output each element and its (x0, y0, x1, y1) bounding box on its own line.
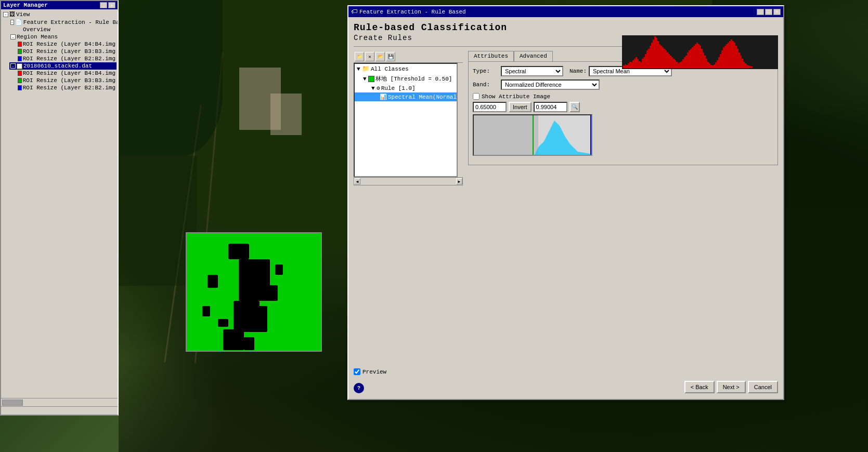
band-dropdown[interactable]: Normalized Difference (501, 79, 600, 90)
titlebar-controls: _ □ × (756, 9, 781, 15)
preview-checkbox[interactable] (354, 368, 360, 375)
tab-attributes-label: Attributes (474, 53, 508, 59)
scroll-right-btn[interactable]: ▶ (456, 178, 462, 184)
layer-label-view: View (16, 11, 30, 18)
svg-rect-5 (208, 275, 218, 288)
show-attr-row: Show Attribute Image (473, 93, 773, 100)
main-content-area: 📁 ✕ 📂 💾 ▼ 📁 All Classes ▼ (354, 51, 778, 185)
svg-rect-8 (218, 319, 228, 327)
feature-extraction-window: 🏷 Feature Extraction - Rule Based _ □ × … (347, 5, 784, 400)
expand-lindi: ▼ (363, 76, 368, 82)
min-value-input[interactable] (473, 102, 507, 112)
minimize-feature-btn[interactable]: _ (757, 9, 764, 15)
toolbar-open-btn[interactable]: 📁 (355, 52, 364, 61)
tree-node-lindi[interactable]: ▼ 林地 [Threshold = 0.50] (355, 74, 457, 84)
rule-label: Rule [1.0] (381, 85, 416, 91)
layer-item-roi-b2-1[interactable]: ROI Resize (Layer B2:B2.img (17, 55, 116, 62)
layer-label-roi-b3-1: ROI Resize (Layer B3:B3.img (23, 48, 115, 55)
layer-label-region: Region Means (17, 34, 58, 40)
layer-item-stacked[interactable]: - ✓ 20180610_stacked.dat (9, 62, 116, 70)
spectral-mean-label: Spectral Mean(Normal... (388, 94, 458, 100)
close-button[interactable]: × (108, 2, 115, 8)
next-button[interactable]: Next > (717, 381, 746, 393)
layer-manager-window: Layer Manager _ × - 🖼 View - 📄 Feature E… (0, 0, 119, 416)
tab-advanced[interactable]: Advanced (514, 51, 553, 61)
zoom-button[interactable]: 🔍 (569, 102, 580, 112)
cancel-button[interactable]: Cancel (748, 381, 778, 393)
form-row-band: Band: Normalized Difference (473, 79, 773, 90)
color-box-red-2 (18, 71, 22, 76)
max-value-input[interactable] (534, 102, 567, 112)
tab-attributes[interactable]: Attributes (468, 51, 514, 61)
expand-icon-stacked[interactable]: - (10, 63, 16, 69)
layer-item-roi-b2-2[interactable]: ROI Resize (Layer B2:B2.img (17, 84, 116, 91)
expand-rule: ▼ (371, 85, 377, 91)
black-patches-svg (187, 233, 322, 352)
show-attr-checkbox[interactable] (473, 93, 480, 100)
color-box-blue-2 (18, 85, 22, 90)
expand-all: ▼ (357, 66, 362, 72)
feature-titlebar: 🏷 Feature Extraction - Rule Based _ □ × (348, 6, 783, 17)
back-button[interactable]: < Back (684, 381, 715, 393)
tree-node-spectral-mean[interactable]: 📊 Spectral Mean(Normal... (355, 92, 457, 101)
checkbox-stacked[interactable]: ✓ (17, 63, 22, 69)
layer-item-roi-b3-2[interactable]: ROI Resize (Layer B3:B3.img (17, 77, 116, 84)
tree-node-rule[interactable]: ▼ ⚙ Rule [1.0] (355, 84, 457, 92)
scroll-track (360, 178, 456, 184)
svg-marker-11 (534, 121, 591, 155)
feature-title-bar-label: 🏷 Feature Extraction - Rule Based (351, 8, 466, 16)
invert-button[interactable]: Invert (509, 102, 532, 112)
layer-item-region[interactable]: - Region Means (9, 33, 116, 41)
layer-item-feature[interactable]: - 📄 Feature Extraction - Rule Based (9, 18, 116, 26)
folder-icon-all: 📁 (362, 65, 370, 73)
preview-label: Preview (362, 369, 386, 375)
layer-label-stacked: 20180610_stacked.dat (23, 63, 92, 69)
class-color-box (368, 76, 374, 82)
help-button[interactable]: ? (354, 383, 364, 393)
value-row: Invert 🔍 (473, 102, 773, 112)
layer-label-feature: Feature Extraction - Rule Based (23, 19, 118, 25)
horizontal-scrollbar[interactable] (1, 398, 118, 406)
tab-content-attributes: Type: Spectral Name: Spectral Mean Band: (468, 61, 778, 165)
svg-rect-0 (228, 244, 249, 259)
layer-item-roi-b4-2[interactable]: ROI Resize (Layer B4:B4.img (17, 70, 116, 77)
layer-item-view[interactable]: - 🖼 View (2, 10, 116, 18)
layer-label-roi-b2-2: ROI Resize (Layer B2:B2.img (23, 85, 115, 91)
toolbar-file-btn[interactable]: 📂 (375, 52, 385, 61)
nav-buttons: < Back Next > Cancel (684, 381, 778, 393)
layer-label-roi-b4-1: ROI Resize (Layer B4:B4.img (23, 41, 115, 47)
feature-body: Rule-based Classification Create Rules (348, 17, 783, 398)
svg-rect-4 (249, 306, 267, 332)
maximize-feature-btn[interactable]: □ (765, 9, 772, 15)
expand-icon-feature[interactable]: - (10, 20, 14, 25)
tree-node-all-classes[interactable]: ▼ 📁 All Classes (355, 64, 457, 74)
building-area-2 (270, 94, 302, 135)
feature-icon-title: 🏷 (351, 8, 357, 16)
feature-window-title: Feature Extraction - Rule Based (359, 9, 466, 15)
forest-patch-2 (119, 156, 197, 286)
close-feature-btn[interactable]: × (773, 9, 781, 15)
layer-label-roi-b3-2: ROI Resize (Layer B3:B3.img (23, 77, 115, 84)
minimize-button[interactable]: _ (100, 2, 107, 8)
histo-bar (751, 67, 753, 68)
tree-scrollbar[interactable]: ◀ ▶ (354, 177, 463, 185)
expand-icon-view[interactable]: - (3, 12, 8, 17)
lindi-label: 林地 [Threshold = 0.50] (375, 75, 452, 83)
attribute-histogram (473, 114, 592, 156)
color-box-red-1 (18, 42, 22, 47)
show-attr-label: Show Attribute Image (482, 94, 550, 100)
toolbar-save-btn[interactable]: 💾 (386, 52, 395, 61)
scroll-left-btn[interactable]: ◀ (354, 178, 360, 184)
svg-rect-9 (275, 264, 283, 275)
threshold-right-line (590, 115, 591, 155)
layer-item-overview[interactable]: Overview (17, 26, 116, 33)
status-bar (1, 406, 118, 415)
layer-item-roi-b3-1[interactable]: ROI Resize (Layer B3:B3.img (17, 48, 116, 55)
svg-rect-7 (202, 306, 210, 316)
scroll-thumb[interactable] (2, 400, 23, 406)
type-dropdown[interactable]: Spectral (501, 66, 563, 76)
expand-icon-region[interactable]: - (10, 34, 16, 39)
layer-item-roi-b4-1[interactable]: ROI Resize (Layer B4:B4.img (17, 41, 116, 48)
toolbar-close-btn[interactable]: ✕ (365, 52, 374, 61)
feature-icon: 📄 (15, 19, 22, 25)
